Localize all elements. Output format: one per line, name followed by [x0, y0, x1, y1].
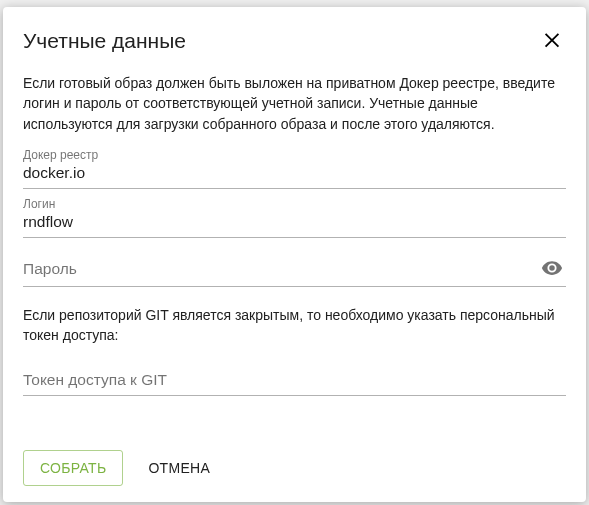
cancel-button[interactable]: ОТМЕНА [131, 450, 227, 486]
credentials-dialog: Учетные данные Если готовый образ должен… [3, 7, 586, 502]
registry-field[interactable]: Докер реестр [23, 148, 566, 189]
git-token-input[interactable] [23, 369, 566, 395]
close-button[interactable] [538, 27, 566, 55]
registry-input[interactable] [23, 162, 566, 188]
git-token-field[interactable] [23, 359, 566, 396]
docker-description: Если готовый образ должен быть выложен н… [23, 73, 566, 134]
login-field[interactable]: Логин [23, 197, 566, 238]
password-input[interactable] [23, 258, 538, 284]
submit-button[interactable]: СОБРАТЬ [23, 450, 123, 486]
dialog-header: Учетные данные [23, 27, 566, 55]
close-icon [541, 28, 563, 54]
login-label: Логин [23, 197, 55, 211]
toggle-password-visibility[interactable] [538, 256, 566, 284]
dialog-title: Учетные данные [23, 29, 186, 53]
login-input[interactable] [23, 211, 566, 237]
git-description: Если репозиторий GIT является закрытым, … [23, 305, 566, 346]
dialog-actions: СОБРАТЬ ОТМЕНА [23, 432, 566, 486]
password-field[interactable] [23, 246, 566, 287]
eye-icon [541, 257, 563, 283]
registry-label: Докер реестр [23, 148, 98, 162]
